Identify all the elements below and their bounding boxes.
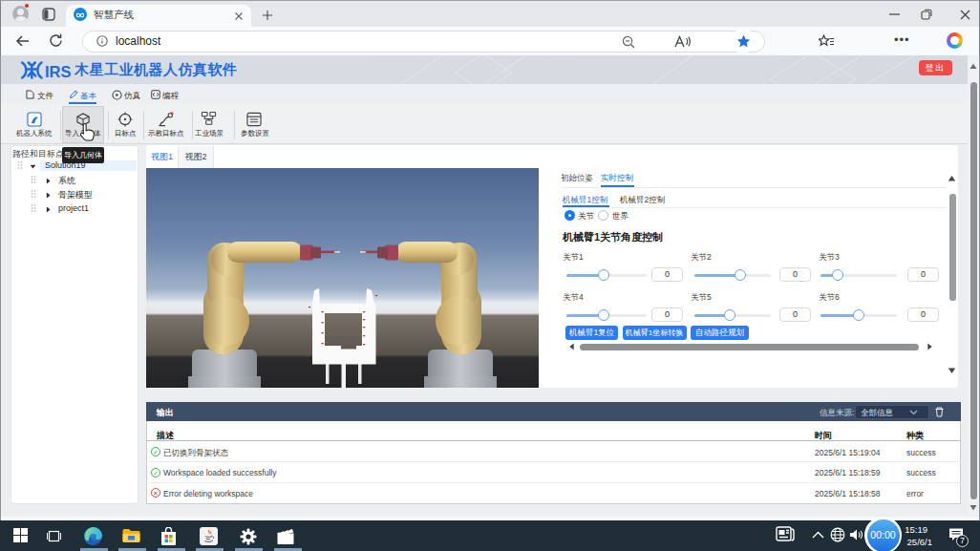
svg-text:IRS: IRS — [45, 63, 72, 80]
